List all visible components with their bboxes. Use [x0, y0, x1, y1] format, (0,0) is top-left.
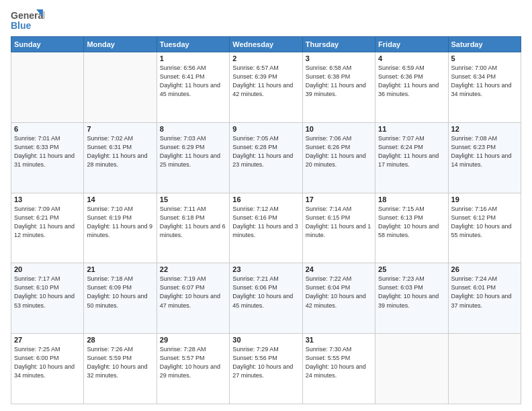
- calendar-header-friday: Friday: [375, 37, 448, 52]
- day-number: 24: [306, 265, 372, 273]
- day-number: 17: [306, 195, 372, 203]
- calendar-cell: 25Sunrise: 7:23 AM Sunset: 6:03 PM Dayli…: [375, 263, 448, 334]
- day-info: Sunrise: 7:05 AM Sunset: 6:28 PM Dayligh…: [232, 134, 299, 169]
- calendar-cell: 22Sunrise: 7:19 AM Sunset: 6:07 PM Dayli…: [157, 263, 229, 334]
- calendar-header-saturday: Saturday: [448, 37, 521, 52]
- day-number: 16: [232, 195, 299, 203]
- day-number: 11: [378, 125, 445, 133]
- day-number: 28: [87, 336, 153, 344]
- logo-svg: GeneralBlue: [11, 8, 44, 32]
- page: GeneralBlue SundayMondayTuesdayWednesday…: [0, 0, 532, 411]
- day-info: Sunrise: 7:23 AM Sunset: 6:03 PM Dayligh…: [378, 275, 445, 310]
- calendar-cell: 24Sunrise: 7:22 AM Sunset: 6:04 PM Dayli…: [302, 263, 375, 334]
- day-number: 4: [378, 54, 445, 62]
- calendar-week-5: 27Sunrise: 7:25 AM Sunset: 6:00 PM Dayli…: [11, 334, 521, 404]
- day-info: Sunrise: 7:15 AM Sunset: 6:13 PM Dayligh…: [378, 205, 445, 240]
- day-info: Sunrise: 7:17 AM Sunset: 6:10 PM Dayligh…: [14, 275, 81, 310]
- calendar-header-row: SundayMondayTuesdayWednesdayThursdayFrid…: [11, 37, 521, 52]
- day-number: 12: [451, 125, 518, 133]
- day-info: Sunrise: 6:56 AM Sunset: 6:41 PM Dayligh…: [160, 64, 226, 99]
- calendar-cell: 30Sunrise: 7:29 AM Sunset: 5:56 PM Dayli…: [230, 334, 302, 404]
- day-number: 7: [87, 125, 153, 133]
- day-info: Sunrise: 7:11 AM Sunset: 6:18 PM Dayligh…: [160, 205, 226, 240]
- day-info: Sunrise: 7:25 AM Sunset: 6:00 PM Dayligh…: [14, 345, 81, 380]
- day-number: 25: [378, 265, 445, 273]
- day-number: 31: [306, 336, 372, 344]
- day-number: 1: [160, 54, 226, 62]
- calendar-header-sunday: Sunday: [11, 37, 84, 52]
- day-number: 2: [232, 54, 299, 62]
- day-info: Sunrise: 7:09 AM Sunset: 6:21 PM Dayligh…: [14, 205, 81, 240]
- calendar-cell: 21Sunrise: 7:18 AM Sunset: 6:09 PM Dayli…: [84, 263, 157, 334]
- calendar-header-tuesday: Tuesday: [157, 37, 229, 52]
- day-number: 3: [306, 54, 372, 62]
- day-number: 23: [232, 265, 299, 273]
- day-info: Sunrise: 7:22 AM Sunset: 6:04 PM Dayligh…: [306, 275, 372, 310]
- calendar-cell: [11, 52, 84, 123]
- day-info: Sunrise: 7:28 AM Sunset: 5:57 PM Dayligh…: [160, 345, 226, 380]
- day-info: Sunrise: 7:29 AM Sunset: 5:56 PM Dayligh…: [232, 345, 299, 380]
- day-info: Sunrise: 7:10 AM Sunset: 6:19 PM Dayligh…: [87, 205, 153, 240]
- calendar-cell: [375, 334, 448, 404]
- calendar-cell: 3Sunrise: 6:58 AM Sunset: 6:38 PM Daylig…: [302, 52, 375, 123]
- logo: GeneralBlue: [11, 8, 44, 32]
- day-number: 5: [451, 54, 518, 62]
- calendar-cell: 5Sunrise: 7:00 AM Sunset: 6:34 PM Daylig…: [448, 52, 521, 123]
- calendar-cell: 15Sunrise: 7:11 AM Sunset: 6:18 PM Dayli…: [157, 193, 229, 263]
- day-info: Sunrise: 7:18 AM Sunset: 6:09 PM Dayligh…: [87, 275, 153, 310]
- calendar-cell: 20Sunrise: 7:17 AM Sunset: 6:10 PM Dayli…: [11, 263, 84, 334]
- calendar-week-4: 20Sunrise: 7:17 AM Sunset: 6:10 PM Dayli…: [11, 263, 521, 334]
- day-number: 14: [87, 195, 153, 203]
- day-info: Sunrise: 7:08 AM Sunset: 6:23 PM Dayligh…: [451, 134, 518, 169]
- day-number: 19: [451, 195, 518, 203]
- day-number: 9: [232, 125, 299, 133]
- calendar-cell: 6Sunrise: 7:01 AM Sunset: 6:33 PM Daylig…: [11, 122, 84, 193]
- calendar-cell: 27Sunrise: 7:25 AM Sunset: 6:00 PM Dayli…: [11, 334, 84, 404]
- calendar-cell: 29Sunrise: 7:28 AM Sunset: 5:57 PM Dayli…: [157, 334, 229, 404]
- calendar-cell: [84, 52, 157, 123]
- day-info: Sunrise: 7:21 AM Sunset: 6:06 PM Dayligh…: [232, 275, 299, 310]
- svg-text:Blue: Blue: [11, 20, 32, 31]
- day-info: Sunrise: 6:58 AM Sunset: 6:38 PM Dayligh…: [306, 64, 372, 99]
- calendar-header-wednesday: Wednesday: [230, 37, 302, 52]
- day-number: 20: [14, 265, 81, 273]
- day-info: Sunrise: 7:00 AM Sunset: 6:34 PM Dayligh…: [451, 64, 518, 99]
- calendar-cell: 7Sunrise: 7:02 AM Sunset: 6:31 PM Daylig…: [84, 122, 157, 193]
- day-info: Sunrise: 7:07 AM Sunset: 6:24 PM Dayligh…: [378, 134, 445, 169]
- calendar-cell: 31Sunrise: 7:30 AM Sunset: 5:55 PM Dayli…: [302, 334, 375, 404]
- calendar-week-2: 6Sunrise: 7:01 AM Sunset: 6:33 PM Daylig…: [11, 122, 521, 193]
- day-number: 30: [232, 336, 299, 344]
- calendar-week-1: 1Sunrise: 6:56 AM Sunset: 6:41 PM Daylig…: [11, 52, 521, 123]
- day-info: Sunrise: 6:57 AM Sunset: 6:39 PM Dayligh…: [232, 64, 299, 99]
- calendar-header-thursday: Thursday: [302, 37, 375, 52]
- calendar-cell: 9Sunrise: 7:05 AM Sunset: 6:28 PM Daylig…: [230, 122, 302, 193]
- day-number: 29: [160, 336, 226, 344]
- day-number: 26: [451, 265, 518, 273]
- day-info: Sunrise: 7:14 AM Sunset: 6:15 PM Dayligh…: [306, 205, 372, 240]
- calendar-cell: 13Sunrise: 7:09 AM Sunset: 6:21 PM Dayli…: [11, 193, 84, 263]
- calendar-cell: 14Sunrise: 7:10 AM Sunset: 6:19 PM Dayli…: [84, 193, 157, 263]
- calendar-cell: 10Sunrise: 7:06 AM Sunset: 6:26 PM Dayli…: [302, 122, 375, 193]
- day-number: 21: [87, 265, 153, 273]
- calendar-cell: 28Sunrise: 7:26 AM Sunset: 5:59 PM Dayli…: [84, 334, 157, 404]
- day-info: Sunrise: 7:26 AM Sunset: 5:59 PM Dayligh…: [87, 345, 153, 380]
- day-info: Sunrise: 7:03 AM Sunset: 6:29 PM Dayligh…: [160, 134, 226, 169]
- day-number: 6: [14, 125, 81, 133]
- calendar-cell: 18Sunrise: 7:15 AM Sunset: 6:13 PM Dayli…: [375, 193, 448, 263]
- calendar-cell: 4Sunrise: 6:59 AM Sunset: 6:36 PM Daylig…: [375, 52, 448, 123]
- calendar-table: SundayMondayTuesdayWednesdayThursdayFrid…: [11, 36, 521, 404]
- calendar-cell: 19Sunrise: 7:16 AM Sunset: 6:12 PM Dayli…: [448, 193, 521, 263]
- day-info: Sunrise: 7:12 AM Sunset: 6:16 PM Dayligh…: [232, 205, 299, 240]
- day-info: Sunrise: 7:02 AM Sunset: 6:31 PM Dayligh…: [87, 134, 153, 169]
- day-info: Sunrise: 7:19 AM Sunset: 6:07 PM Dayligh…: [160, 275, 226, 310]
- day-info: Sunrise: 6:59 AM Sunset: 6:36 PM Dayligh…: [378, 64, 445, 99]
- calendar-header-monday: Monday: [84, 37, 157, 52]
- day-number: 15: [160, 195, 226, 203]
- calendar-cell: [448, 334, 521, 404]
- day-number: 13: [14, 195, 81, 203]
- calendar-cell: 17Sunrise: 7:14 AM Sunset: 6:15 PM Dayli…: [302, 193, 375, 263]
- day-info: Sunrise: 7:06 AM Sunset: 6:26 PM Dayligh…: [306, 134, 372, 169]
- day-number: 18: [378, 195, 445, 203]
- day-info: Sunrise: 7:30 AM Sunset: 5:55 PM Dayligh…: [306, 345, 372, 380]
- calendar-cell: 11Sunrise: 7:07 AM Sunset: 6:24 PM Dayli…: [375, 122, 448, 193]
